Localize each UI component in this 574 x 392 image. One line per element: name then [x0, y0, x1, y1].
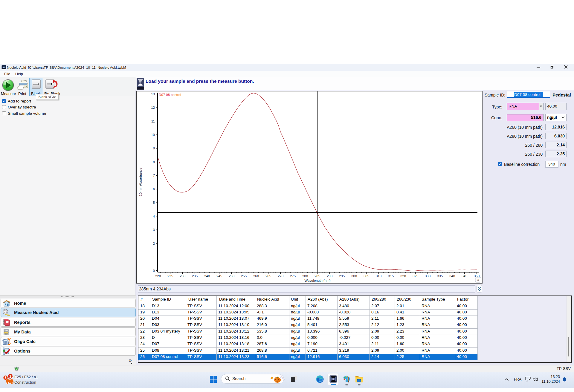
svg-text:2: 2 — [153, 242, 155, 245]
svg-text:305: 305 — [364, 274, 369, 278]
svg-text:245: 245 — [216, 274, 222, 278]
svg-text:240: 240 — [204, 274, 210, 278]
svg-text:325: 325 — [413, 274, 418, 278]
svg-text:295: 295 — [339, 274, 345, 278]
svg-text:255: 255 — [241, 274, 247, 278]
svg-text:9: 9 — [153, 146, 155, 150]
svg-text:Wavelength (nm): Wavelength (nm) — [304, 279, 330, 282]
svg-text:8: 8 — [153, 160, 155, 164]
svg-text:335: 335 — [437, 274, 443, 278]
svg-text:345: 345 — [462, 274, 467, 278]
svg-text:1: 1 — [153, 255, 155, 259]
svg-text:300: 300 — [351, 274, 357, 278]
svg-text:235: 235 — [192, 274, 198, 278]
svg-text:0: 0 — [153, 269, 155, 272]
svg-text:320: 320 — [400, 274, 406, 278]
svg-text:265: 265 — [265, 274, 271, 278]
svg-text:12: 12 — [151, 106, 155, 109]
svg-text:330: 330 — [425, 274, 430, 278]
svg-text:285: 285 — [315, 274, 320, 278]
svg-text:290: 290 — [327, 274, 332, 278]
svg-text:D07 08 control: D07 08 control — [159, 93, 181, 97]
svg-text:250: 250 — [229, 274, 234, 278]
svg-text:6: 6 — [153, 187, 155, 191]
svg-text:220: 220 — [155, 274, 161, 278]
svg-text:230: 230 — [180, 274, 185, 278]
svg-text:225: 225 — [167, 274, 173, 278]
svg-text:11: 11 — [151, 120, 155, 123]
svg-text:«: « — [477, 278, 479, 282]
svg-text:260: 260 — [253, 274, 259, 278]
svg-text:3: 3 — [153, 228, 155, 232]
svg-text:10mm Absorbance: 10mm Absorbance — [139, 168, 142, 196]
svg-text:280: 280 — [302, 274, 308, 278]
svg-text:270: 270 — [278, 274, 283, 278]
svg-text:315: 315 — [388, 274, 394, 278]
svg-text:13: 13 — [151, 92, 155, 96]
svg-text:275: 275 — [290, 274, 296, 278]
svg-text:340: 340 — [449, 274, 455, 278]
svg-text:310: 310 — [376, 274, 381, 278]
svg-text:5: 5 — [153, 201, 155, 204]
svg-text:1: 1 — [9, 374, 11, 379]
svg-text:4: 4 — [153, 215, 155, 218]
svg-text:7: 7 — [153, 174, 155, 177]
svg-text:10: 10 — [151, 133, 155, 137]
